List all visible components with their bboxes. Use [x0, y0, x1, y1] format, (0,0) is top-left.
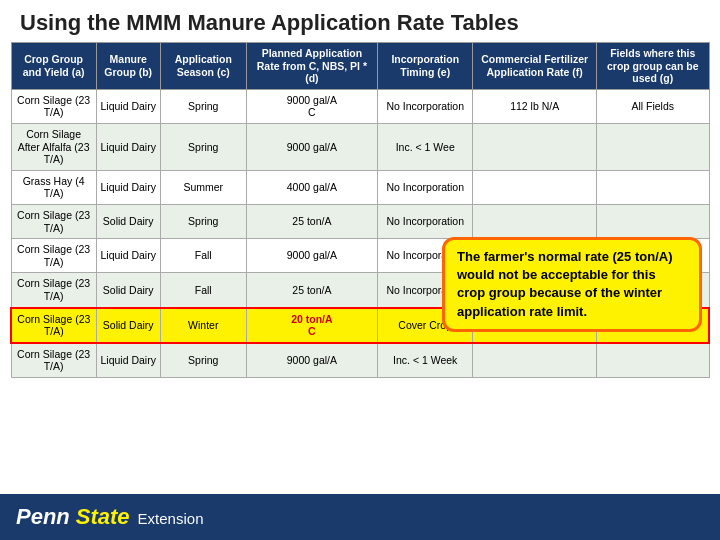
table-cell: Corn Silage After Alfalfa (23 T/A): [11, 123, 96, 170]
table-cell: 20 ton/A C: [246, 308, 377, 343]
table-cell: Corn Silage (23 T/A): [11, 308, 96, 343]
table-cell: Summer: [160, 170, 246, 204]
footer-logo: Penn State Extension: [16, 504, 203, 530]
table-cell: 9000 gal/A: [246, 123, 377, 170]
col-header-season: Application Season (c): [160, 43, 246, 90]
footer: Penn State Extension: [0, 494, 720, 540]
col-header-manure: Manure Group (b): [96, 43, 160, 90]
table-cell: 9000 gal/A C: [246, 89, 377, 123]
table-cell: No Incorporation: [378, 170, 473, 204]
table-cell: Inc. < 1 Week: [378, 343, 473, 378]
table-cell: [597, 123, 710, 170]
table-cell: [473, 123, 597, 170]
footer-penn: Penn: [16, 504, 70, 530]
table-cell: Fall: [160, 239, 246, 273]
table-cell: 25 ton/A: [246, 204, 377, 238]
table-cell: Spring: [160, 204, 246, 238]
table-cell: Solid Dairy: [96, 308, 160, 343]
table-cell: Inc. < 1 Wee: [378, 123, 473, 170]
footer-state: State: [76, 504, 130, 530]
footer-extension: Extension: [138, 510, 204, 527]
table-cell: 25 ton/A: [246, 273, 377, 308]
table-cell: No Incorporation: [378, 204, 473, 238]
table-cell: Liquid Dairy: [96, 343, 160, 378]
table-cell: 9000 gal/A: [246, 343, 377, 378]
table-cell: Solid Dairy: [96, 204, 160, 238]
table-cell: Solid Dairy: [96, 273, 160, 308]
table-cell: 112 lb N/A: [473, 89, 597, 123]
page-title: Using the MMM Manure Application Rate Ta…: [20, 10, 700, 36]
table-cell: Corn Silage (23 T/A): [11, 273, 96, 308]
tooltip-text: The farmer's normal rate (25 ton/A) woul…: [457, 249, 672, 319]
table-cell: 4000 gal/A: [246, 170, 377, 204]
table-cell: Corn Silage (23 T/A): [11, 89, 96, 123]
tooltip-box: The farmer's normal rate (25 ton/A) woul…: [442, 237, 702, 332]
table-cell: [597, 343, 710, 378]
table-cell: All Fields: [597, 89, 710, 123]
table-cell: [473, 343, 597, 378]
table-cell: [473, 204, 597, 238]
col-header-cfar: Commercial Fertilizer Application Rate (…: [473, 43, 597, 90]
table-cell: Liquid Dairy: [96, 170, 160, 204]
table-cell: Liquid Dairy: [96, 123, 160, 170]
col-header-rate: Planned Application Rate from C, NBS, PI…: [246, 43, 377, 90]
col-header-incorporation: Incorporation Timing (e): [378, 43, 473, 90]
table-cell: Spring: [160, 89, 246, 123]
table-cell: Winter: [160, 308, 246, 343]
table-cell: [473, 170, 597, 204]
col-header-crop: Crop Group and Yield (a): [11, 43, 96, 90]
table-cell: [597, 170, 710, 204]
table-cell: Grass Hay (4 T/A): [11, 170, 96, 204]
table-cell: [597, 204, 710, 238]
table-cell: Corn Silage (23 T/A): [11, 239, 96, 273]
table-cell: Spring: [160, 123, 246, 170]
table-cell: 9000 gal/A: [246, 239, 377, 273]
table-cell: Fall: [160, 273, 246, 308]
table-cell: Spring: [160, 343, 246, 378]
table-cell: Liquid Dairy: [96, 89, 160, 123]
col-header-fields: Fields where this crop group can be used…: [597, 43, 710, 90]
table-cell: Corn Silage (23 T/A): [11, 204, 96, 238]
table-cell: Liquid Dairy: [96, 239, 160, 273]
table-cell: Corn Silage (23 T/A): [11, 343, 96, 378]
table-cell: No Incorporation: [378, 89, 473, 123]
